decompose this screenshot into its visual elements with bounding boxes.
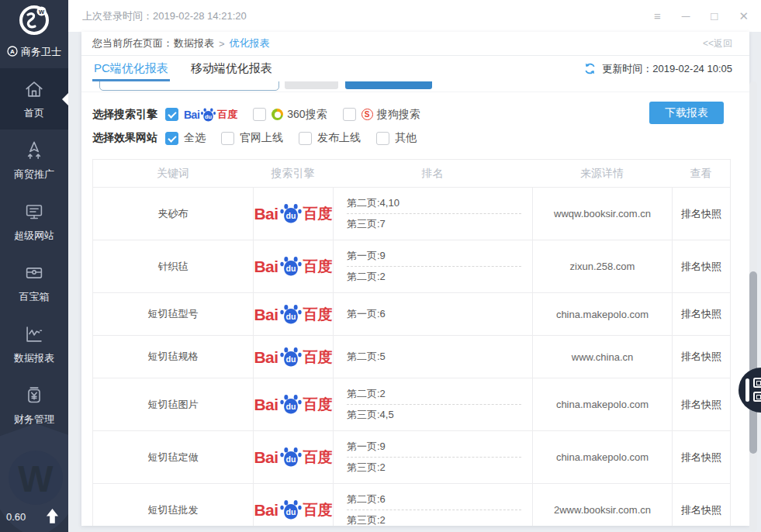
workspace: 您当前所在页面： 数据报表 > 优化报表 <<返回 PC端优化报表移动端优化报表 <box>68 32 761 532</box>
brand-badge-icon: A <box>7 46 18 59</box>
divider <box>81 92 749 92</box>
app-version: 0.60 <box>6 511 26 523</box>
qr-bar-icon <box>745 378 749 402</box>
source-cell: china.makepolo.com <box>532 378 672 430</box>
engine-cell: Bai du 百度 <box>253 378 333 430</box>
sidebar-item-label: 数据报表 <box>14 351 54 365</box>
site-option-site[interactable]: 官网上线 <box>221 131 283 145</box>
tabs: PC端优化报表移动端优化报表 <box>92 56 293 81</box>
checkbox-checked[interactable] <box>165 108 178 121</box>
engine-filter-label: 选择搜索引擎 <box>92 108 159 122</box>
snapshot-link[interactable]: 排名快照 <box>681 350 721 364</box>
baidu-logo-icon: Bai du 百度 <box>254 393 332 415</box>
column-header-engine: 搜索引擎 <box>253 160 333 187</box>
qr-square-icon <box>753 392 761 402</box>
window-menu-button[interactable]: ≡ <box>654 10 661 22</box>
sidebar: w A 商务卫士 首页商贸推广超级网站百宝箱数据报表财务管理 W 0.60 <box>0 0 68 532</box>
baidu-logo-icon: Bai du 百度 <box>254 202 332 224</box>
svg-text:du: du <box>285 508 296 517</box>
scrollbar-thumb[interactable] <box>749 271 757 454</box>
snapshot-link[interactable]: 排名快照 <box>681 307 721 321</box>
rank-divider <box>347 213 521 214</box>
rank-cell: 第一页:6 <box>333 293 532 335</box>
window-controls: ≡ ─ □ ✕ <box>654 10 761 22</box>
window-close-button[interactable]: ✕ <box>739 10 749 22</box>
refresh-icon[interactable] <box>583 62 597 75</box>
last-login-text: 上次登录时间：2019-02-28 14:21:20 <box>82 9 247 23</box>
column-header-view: 查看 <box>672 160 730 187</box>
table-row: 针织毡 Bai du 百度第一页:9第二页:2zixun.258.com排名快照 <box>93 240 730 292</box>
baidu-logo-icon: Bai du 百度 <box>254 446 332 468</box>
rank-text: 第三页:4,5 <box>347 408 521 422</box>
svg-text:du: du <box>285 212 296 221</box>
table-body: 夹砂布 Bai du 百度第二页:4,10第三页:7wwqw.booksir.c… <box>93 187 730 526</box>
site-option-publish[interactable]: 发布上线 <box>299 131 361 145</box>
tab-pc-report[interactable]: PC端优化报表 <box>92 56 170 81</box>
secondary-button[interactable] <box>285 81 338 89</box>
app-logo-icon[interactable]: w <box>17 3 51 37</box>
brand: A 商务卫士 <box>0 45 68 59</box>
snapshot-link[interactable]: 排名快照 <box>681 451 721 465</box>
back-link[interactable]: <<返回 <box>703 37 732 50</box>
sidebar-item-promotion[interactable]: 商贸推广 <box>0 130 68 191</box>
table-row: 短切毡定做 Bai du 百度第一页:9第三页:2china.makepolo.… <box>93 430 730 483</box>
sidebar-item-label: 超级网站 <box>14 229 54 243</box>
source-cell: zixun.258.com <box>532 240 672 292</box>
engine-cell: Bai du 百度 <box>253 336 333 378</box>
finance-icon <box>22 384 46 407</box>
sidebar-item-home[interactable]: 首页 <box>0 68 68 130</box>
rank-text: 第三页:2 <box>347 513 521 526</box>
engine-option-so360[interactable]: 360搜索 <box>253 108 327 122</box>
scroll-top-arrow-icon[interactable] <box>46 508 59 524</box>
source-cell: www.china.cn <box>532 336 672 378</box>
site-option-other[interactable]: 其他 <box>376 131 417 145</box>
rank-text: 第二页:2 <box>347 270 521 284</box>
engine-option-baidu[interactable]: Bai du 百度 <box>165 107 237 123</box>
keyword-search-input[interactable] <box>99 81 279 91</box>
breadcrumb-prefix: 您当前所在页面： <box>92 36 173 50</box>
breadcrumb: 您当前所在页面： 数据报表 > 优化报表 <<返回 <box>81 32 749 56</box>
sidebar-item-toolbox[interactable]: 百宝箱 <box>0 252 68 313</box>
home-icon <box>22 78 46 101</box>
keyword-cell: 夹砂布 <box>93 188 253 240</box>
snapshot-link[interactable]: 排名快照 <box>681 503 721 517</box>
view-cell: 排名快照 <box>672 336 730 378</box>
rank-text: 第二页:2 <box>347 387 521 401</box>
promotion-icon <box>22 139 46 162</box>
report-icon <box>22 323 46 346</box>
breadcrumb-parent[interactable]: 数据报表 <box>174 36 214 50</box>
checkbox-unchecked[interactable] <box>343 108 356 121</box>
sidebar-item-super-website[interactable]: 超级网站 <box>0 191 68 252</box>
download-report-button[interactable]: 下载报表 <box>649 102 724 124</box>
checkbox-checked[interactable] <box>165 132 178 145</box>
engine-option-sogou[interactable]: S搜狗搜索 <box>343 108 420 122</box>
snapshot-link[interactable]: 排名快照 <box>681 207 721 221</box>
scrollbar-track[interactable] <box>749 81 757 532</box>
column-header-keyword: 关键词 <box>93 160 253 187</box>
source-cell: china.makepolo.com <box>532 293 672 335</box>
breadcrumb-current[interactable]: 优化报表 <box>230 36 270 50</box>
sidebar-item-data-report[interactable]: 数据报表 <box>0 313 68 375</box>
rank-text: 第三页:2 <box>347 461 521 475</box>
rank-text: 第三页:7 <box>347 217 521 231</box>
snapshot-link[interactable]: 排名快照 <box>681 398 721 412</box>
table-row: 短切毡图片 Bai du 百度第二页:2第三页:4,5china.makepol… <box>93 378 730 430</box>
site-option-label: 其他 <box>395 131 417 145</box>
checkbox-unchecked[interactable] <box>221 132 234 145</box>
site-option-label: 发布上线 <box>317 131 361 145</box>
window-minimize-button[interactable]: ─ <box>682 10 690 22</box>
view-cell: 排名快照 <box>672 293 730 335</box>
filter-panel: 选择搜索引擎 Bai du 百度360搜索S搜狗搜索 选择效果网站 全选官网上线… <box>81 102 749 159</box>
primary-button[interactable] <box>345 81 432 89</box>
site-option-label: 官网上线 <box>240 131 283 145</box>
site-filter-row: 选择效果网站 全选官网上线发布上线其他 <box>81 126 749 150</box>
sidebar-item-finance[interactable]: 财务管理 <box>0 375 68 436</box>
scroll-content: 选择搜索引擎 Bai du 百度360搜索S搜狗搜索 选择效果网站 全选官网上线… <box>81 81 749 526</box>
window-maximize-button[interactable]: □ <box>711 10 718 22</box>
site-option-all[interactable]: 全选 <box>165 131 206 145</box>
snapshot-link[interactable]: 排名快照 <box>681 260 721 274</box>
checkbox-unchecked[interactable] <box>299 132 312 145</box>
tab-mobile-report[interactable]: 移动端优化报表 <box>189 56 274 81</box>
checkbox-unchecked[interactable] <box>376 132 389 145</box>
checkbox-unchecked[interactable] <box>253 108 266 121</box>
